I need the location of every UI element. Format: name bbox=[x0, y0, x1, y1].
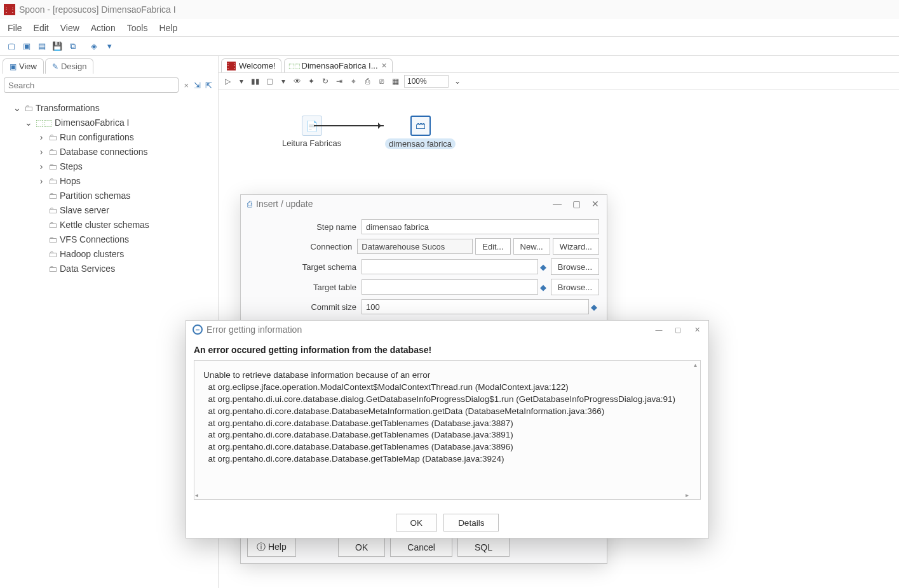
chevron-down-icon[interactable]: ⌄ bbox=[24, 117, 33, 128]
tree-item[interactable]: 🗀VFS Connections bbox=[3, 232, 215, 246]
expand-all-icon[interactable]: ⇲ bbox=[194, 81, 203, 90]
step-dimensao-fabrica[interactable]: 🗃 dimensao fabrica bbox=[385, 116, 456, 149]
maximize-icon[interactable]: ▢ bbox=[571, 199, 581, 209]
new-button[interactable]: New... bbox=[513, 238, 550, 255]
folder-icon: 🗀 bbox=[48, 176, 57, 186]
open-icon[interactable]: ▣ bbox=[22, 41, 32, 51]
minimize-icon[interactable]: — bbox=[654, 326, 664, 333]
scroll-up-icon[interactable]: ▴ bbox=[691, 361, 700, 371]
scroll-right-icon[interactable]: ▸ bbox=[686, 491, 689, 498]
stop-dd-icon[interactable]: ▾ bbox=[278, 77, 288, 86]
close-tab-icon[interactable]: ✕ bbox=[381, 62, 387, 70]
design-icon: ✎ bbox=[52, 62, 58, 71]
scroll-left-icon[interactable]: ◂ bbox=[195, 491, 198, 498]
welcome-icon: ⋮⋮ bbox=[227, 62, 236, 70]
cancel-button[interactable]: Cancel bbox=[390, 538, 452, 557]
verify-icon[interactable]: ⇥ bbox=[334, 77, 344, 86]
zoom-dd-icon[interactable]: ⌄ bbox=[452, 77, 463, 86]
stop-icon[interactable]: ▢ bbox=[264, 77, 274, 86]
browse-schema-button[interactable]: Browse... bbox=[551, 258, 599, 275]
saveas-icon[interactable]: ⧉ bbox=[67, 41, 78, 51]
chevron-right-icon[interactable]: › bbox=[37, 161, 46, 171]
tree-item[interactable]: ›🗀Database connections bbox=[3, 144, 215, 159]
show-results-icon[interactable]: ▦ bbox=[390, 77, 400, 86]
tab-welcome[interactable]: ⋮⋮ Welcome! bbox=[221, 58, 281, 72]
folder-icon: 🗀 bbox=[48, 161, 57, 171]
editor-toolbar: ▷ ▾ ▮▮ ▢ ▾ 👁 ✦ ↻ ⇥ ⌖ ⎙ ⎚ ▦ ⌄ bbox=[219, 73, 899, 90]
perspective-icon[interactable]: ◈ bbox=[89, 41, 99, 51]
step-name-field[interactable] bbox=[362, 219, 599, 234]
tree-item[interactable]: 🗀Hadoop clusters bbox=[3, 246, 215, 261]
table-field[interactable] bbox=[362, 279, 538, 295]
search-input[interactable] bbox=[4, 77, 179, 93]
debug-icon[interactable]: ✦ bbox=[306, 77, 316, 86]
pause-icon[interactable]: ▮▮ bbox=[250, 77, 260, 86]
tree-item[interactable]: ›🗀Hops bbox=[3, 173, 215, 188]
minimize-icon[interactable]: — bbox=[552, 199, 562, 209]
tree-trans[interactable]: ⌄ ⬚⬚ DimensaoFabrica I bbox=[3, 115, 215, 130]
error-icon: – bbox=[193, 324, 203, 335]
tab-transformation[interactable]: ⬚⬚ DimensaoFabrica I... ✕ bbox=[284, 58, 393, 72]
chevron-right-icon[interactable]: › bbox=[37, 176, 46, 186]
tree-item[interactable]: 🗀Data Services bbox=[3, 261, 215, 276]
menu-file[interactable]: File bbox=[8, 23, 22, 33]
schema-field[interactable] bbox=[362, 259, 538, 274]
menu-action[interactable]: Action bbox=[91, 23, 116, 33]
folder-icon: 🗀 bbox=[48, 220, 57, 230]
step-leitura-fabricas[interactable]: 📄 Leitura Fabricas bbox=[282, 116, 341, 148]
ok-button[interactable]: OK bbox=[338, 538, 385, 557]
browse-table-button[interactable]: Browse... bbox=[551, 279, 599, 295]
tree-item[interactable]: 🗀Kettle cluster schemas bbox=[3, 217, 215, 232]
folder-icon: 🗀 bbox=[48, 264, 57, 274]
tab-design[interactable]: ✎ Design bbox=[45, 58, 93, 74]
connection-field[interactable] bbox=[357, 239, 473, 254]
maximize-icon[interactable]: ▢ bbox=[673, 326, 683, 334]
run-icon[interactable]: ▷ bbox=[222, 77, 233, 86]
run-dd-icon[interactable]: ▾ bbox=[236, 77, 247, 86]
transformation-icon: ⬚⬚ bbox=[36, 117, 52, 128]
close-icon[interactable]: ✕ bbox=[590, 199, 600, 209]
close-icon[interactable]: ✕ bbox=[692, 326, 702, 334]
variable-icon[interactable]: ◆ bbox=[538, 283, 548, 292]
perspective-dd-icon[interactable]: ▾ bbox=[104, 41, 114, 51]
help-button[interactable]: ⓘ Help bbox=[247, 538, 296, 557]
tree-root[interactable]: ⌄ 🗀 Transformations bbox=[3, 100, 215, 115]
sql-button[interactable]: SQL bbox=[457, 538, 510, 557]
menu-view[interactable]: View bbox=[60, 23, 79, 33]
chevron-down-icon[interactable]: ⌄ bbox=[13, 103, 22, 113]
tree-item[interactable]: 🗀Slave server bbox=[3, 203, 215, 217]
chevron-right-icon[interactable]: › bbox=[37, 132, 46, 142]
impact-icon[interactable]: ⌖ bbox=[348, 77, 358, 86]
save-icon[interactable]: 💾 bbox=[52, 41, 62, 51]
commit-field[interactable] bbox=[362, 299, 589, 314]
preview-icon[interactable]: 👁 bbox=[292, 77, 302, 86]
menu-tools[interactable]: Tools bbox=[127, 23, 148, 33]
menu-help[interactable]: Help bbox=[159, 23, 177, 33]
tree-item[interactable]: 🗀Partition schemas bbox=[3, 188, 215, 203]
tree-item[interactable]: ›🗀Run configurations bbox=[3, 130, 215, 144]
menu-edit[interactable]: Edit bbox=[34, 23, 49, 33]
explore-db-icon[interactable]: ⎚ bbox=[376, 77, 386, 86]
tab-design-label: Design bbox=[61, 62, 86, 71]
step-label: dimensao fabrica bbox=[385, 138, 456, 149]
hop-arrow[interactable] bbox=[314, 125, 384, 126]
edit-button[interactable]: Edit... bbox=[475, 238, 510, 255]
sql-icon[interactable]: ⎙ bbox=[362, 77, 372, 86]
wizard-button[interactable]: Wizard... bbox=[553, 238, 599, 255]
replay-icon[interactable]: ↻ bbox=[320, 77, 330, 86]
explore-icon[interactable]: ▤ bbox=[37, 41, 47, 51]
variable-icon[interactable]: ◆ bbox=[589, 302, 599, 312]
chevron-right-icon[interactable]: › bbox=[37, 147, 46, 157]
label-schema: Target schema bbox=[248, 262, 362, 272]
tab-view[interactable]: ▣ View bbox=[3, 58, 44, 74]
zoom-input[interactable] bbox=[404, 75, 449, 88]
collapse-all-icon[interactable]: ⇱ bbox=[205, 81, 214, 90]
clear-search-icon[interactable]: × bbox=[181, 81, 191, 90]
new-icon[interactable]: ▢ bbox=[6, 41, 17, 51]
ok-button[interactable]: OK bbox=[396, 514, 438, 531]
variable-icon[interactable]: ◆ bbox=[538, 262, 548, 272]
tree-item[interactable]: ›🗀Steps bbox=[3, 159, 215, 173]
error-stack[interactable]: Unable to retrieve database information … bbox=[194, 361, 700, 474]
folder-icon: 🗀 bbox=[48, 190, 57, 201]
details-button[interactable]: Details bbox=[443, 514, 499, 531]
